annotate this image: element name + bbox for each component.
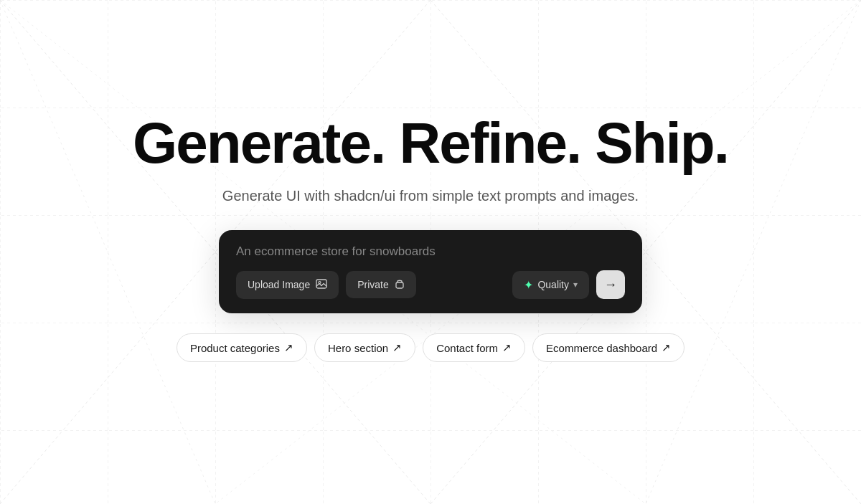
chip-product-categories[interactable]: Product categories ↗ (177, 333, 307, 362)
external-link-icon: ↗ (392, 341, 402, 354)
sparkle-icon: ✦ (524, 278, 533, 292)
private-button[interactable]: Private (346, 271, 416, 298)
chip-label: Contact form (436, 342, 498, 354)
page-headline: Generate. Refine. Ship. (133, 113, 728, 173)
private-label: Private (357, 279, 389, 290)
chip-label: Ecommerce dashboard (546, 342, 657, 354)
image-icon (316, 278, 327, 292)
prompt-input[interactable] (236, 244, 625, 259)
quality-label: Quality (537, 279, 569, 290)
lock-icon (395, 278, 405, 291)
chip-ecommerce-dashboard[interactable]: Ecommerce dashboard ↗ (532, 333, 684, 362)
page-subheadline: Generate UI with shadcn/ui from simple t… (222, 188, 639, 204)
svg-point-10 (319, 281, 321, 283)
external-link-icon: ↗ (662, 341, 671, 354)
chip-hero-section[interactable]: Hero section ↗ (314, 333, 415, 362)
prompt-card: Upload Image Private (219, 230, 642, 313)
upload-image-label: Upload Image (248, 279, 310, 290)
chip-contact-form[interactable]: Contact form ↗ (423, 333, 525, 362)
main-content: Generate. Refine. Ship. Generate UI with… (0, 113, 861, 362)
chip-label: Product categories (190, 342, 280, 354)
upload-image-button[interactable]: Upload Image (236, 271, 339, 299)
svg-rect-9 (316, 280, 326, 288)
external-link-icon: ↗ (502, 341, 512, 354)
submit-button[interactable]: → (596, 270, 625, 299)
external-link-icon: ↗ (284, 341, 293, 354)
arrow-right-icon: → (604, 277, 617, 293)
suggestion-chips: Product categories ↗ Hero section ↗ Cont… (177, 333, 684, 362)
quality-button[interactable]: ✦ Quality ▾ (512, 271, 589, 299)
chip-label: Hero section (328, 342, 388, 354)
chevron-down-icon: ▾ (573, 280, 578, 290)
svg-rect-11 (396, 282, 403, 288)
input-actions-row: Upload Image Private (236, 270, 625, 299)
